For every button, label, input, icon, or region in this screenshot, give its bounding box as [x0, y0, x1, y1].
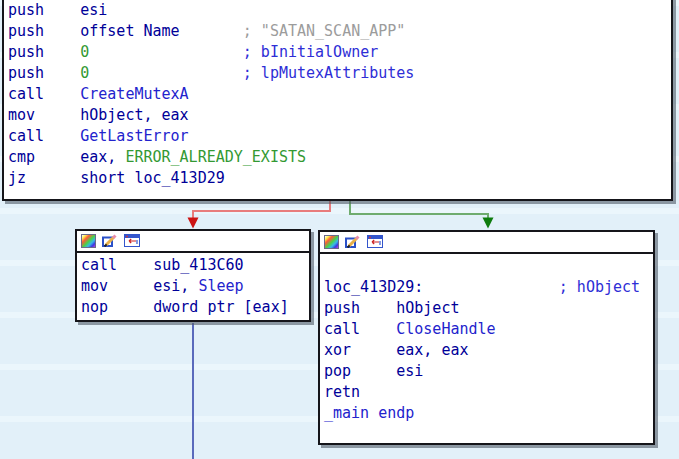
- code-line[interactable]: [324, 256, 653, 277]
- code-line[interactable]: retn: [324, 382, 653, 403]
- false-branch-edge: [193, 200, 330, 218]
- code-line[interactable]: call CreateMutexA: [8, 84, 671, 105]
- code-segment: call: [324, 320, 396, 338]
- code-line[interactable]: call sub_413C60: [81, 255, 309, 276]
- code-line[interactable]: call CloseHandle: [324, 319, 653, 340]
- code-line[interactable]: call GetLastError: [8, 126, 671, 147]
- edit-node-icon[interactable]: [102, 232, 118, 251]
- code-segment: _main endp: [324, 404, 414, 422]
- basic-block-true-branch[interactable]: loc_413D29: ; hObjectpush hObjectcall Cl…: [318, 230, 655, 445]
- code-line[interactable]: pop esi: [324, 361, 653, 382]
- code-line[interactable]: jz short loc_413D29: [8, 168, 671, 189]
- code-line[interactable]: push 0 ; lpMutexAttributes: [8, 63, 671, 84]
- code-line[interactable]: _main endp: [324, 403, 653, 424]
- code-segment: call: [8, 127, 80, 145]
- code-segment: esi: [80, 1, 107, 19]
- code-segment: offset Name: [80, 22, 179, 40]
- code-segment: call: [81, 256, 153, 274]
- disassembly-listing: call sub_413C60mov esi, Sleepnop dword p…: [77, 253, 309, 318]
- node-titlebar: [77, 231, 309, 253]
- code-segment: dword ptr [eax]: [153, 298, 288, 316]
- group-node-icon[interactable]: [367, 233, 383, 252]
- edit-node-icon[interactable]: [345, 233, 361, 252]
- code-segment: retn: [324, 383, 360, 401]
- code-segment: CloseHandle: [396, 320, 495, 338]
- code-segment: 0: [80, 43, 89, 61]
- node-titlebar: [320, 232, 653, 254]
- code-line[interactable]: mov hObject, eax: [8, 105, 671, 126]
- code-segment: push: [324, 299, 396, 317]
- code-segment: ERROR_ALREADY_EXISTS: [125, 148, 306, 166]
- code-line[interactable]: xor eax, eax: [324, 340, 653, 361]
- code-line[interactable]: mov esi, Sleep: [81, 276, 309, 297]
- code-segment: [180, 22, 243, 40]
- code-segment: push: [8, 1, 80, 19]
- code-segment: hObject, eax: [80, 106, 188, 124]
- code-segment: short loc_413D29: [80, 169, 225, 187]
- code-line[interactable]: push hObject: [324, 298, 653, 319]
- code-segment: call: [8, 85, 80, 103]
- basic-block-entry[interactable]: push esipush offset Name ; "SATAN_SCAN_A…: [2, 0, 673, 201]
- code-segment: push: [8, 64, 80, 82]
- code-segment: sub_413C60: [153, 256, 243, 274]
- code-line[interactable]: cmp eax, ERROR_ALREADY_EXISTS: [8, 147, 671, 168]
- code-segment: push: [8, 43, 80, 61]
- code-segment: mov: [8, 106, 80, 124]
- code-segment: [89, 64, 243, 82]
- basic-block-false-branch[interactable]: call sub_413C60mov esi, Sleepnop dword p…: [75, 229, 311, 322]
- true-branch-edge: [350, 200, 488, 218]
- code-line[interactable]: nop dword ptr [eax]: [81, 297, 309, 318]
- code-segment: ; lpMutexAttributes: [243, 64, 415, 82]
- code-segment: cmp: [8, 148, 80, 166]
- false-branch-arrow-icon: [188, 218, 199, 229]
- code-segment: CreateMutexA: [80, 85, 188, 103]
- disassembly-listing: push esipush offset Name ; "SATAN_SCAN_A…: [4, 0, 671, 189]
- code-segment: jz: [8, 169, 80, 187]
- code-segment: 0: [80, 64, 89, 82]
- graph-view[interactable]: push esipush offset Name ; "SATAN_SCAN_A…: [0, 0, 679, 459]
- set-node-color-icon[interactable]: [81, 234, 96, 248]
- code-segment: esi: [396, 362, 423, 380]
- code-segment: GetLastError: [80, 127, 188, 145]
- code-segment: push: [8, 22, 80, 40]
- code-segment: pop: [324, 362, 396, 380]
- code-segment: xor: [324, 341, 396, 359]
- group-node-icon[interactable]: [124, 232, 140, 251]
- code-line[interactable]: push offset Name ; "SATAN_SCAN_APP": [8, 21, 671, 42]
- code-segment: nop: [81, 298, 153, 316]
- set-node-color-icon[interactable]: [324, 235, 339, 249]
- code-segment: ; bInitialOwner: [243, 43, 378, 61]
- code-segment: loc_413D29:: [324, 278, 423, 296]
- code-segment: eax,: [80, 148, 125, 166]
- disassembly-listing: loc_413D29: ; hObjectpush hObjectcall Cl…: [320, 254, 653, 424]
- code-segment: Sleep: [198, 277, 243, 295]
- code-segment: mov: [81, 277, 153, 295]
- code-segment: [89, 43, 243, 61]
- code-segment: ; "SATAN_SCAN_APP": [243, 22, 406, 40]
- code-segment: hObject: [396, 299, 459, 317]
- code-line[interactable]: push 0 ; bInitialOwner: [8, 42, 671, 63]
- code-line[interactable]: loc_413D29: ; hObject: [324, 277, 653, 298]
- code-segment: eax, eax: [396, 341, 468, 359]
- code-segment: ; hObject: [559, 278, 640, 296]
- code-segment: [423, 278, 558, 296]
- true-branch-arrow-icon: [483, 218, 494, 229]
- code-segment: esi,: [153, 277, 198, 295]
- code-line[interactable]: push esi: [8, 0, 671, 21]
